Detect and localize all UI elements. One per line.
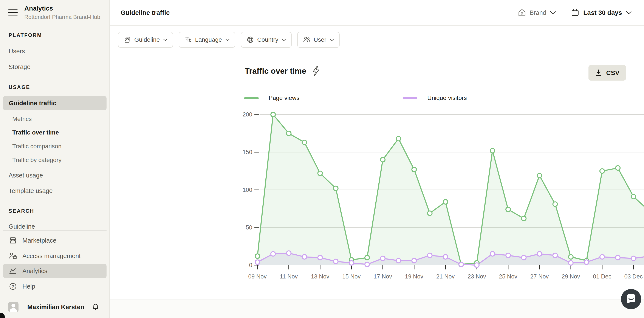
filter-label: Language xyxy=(195,36,222,43)
sidebar-item-template-usage[interactable]: Template usage xyxy=(8,187,53,194)
svg-text:17 Nov: 17 Nov xyxy=(374,273,392,280)
csv-download-button[interactable]: CSV xyxy=(588,65,626,81)
account-row[interactable]: Maximilian Kersten xyxy=(3,300,106,314)
filter-bar: Guideline Language xyxy=(110,26,644,54)
sidebar-item-analytics[interactable]: Analytics xyxy=(3,264,106,278)
calendar-icon xyxy=(571,8,580,17)
legend-item-unique-visitors: Unique visitors xyxy=(403,95,467,101)
sidebar-item-access-management[interactable]: Access management xyxy=(3,249,106,263)
help-icon: ? xyxy=(9,282,17,291)
traffic-chart[interactable]: 05010015020009 Nov11 Nov13 Nov15 Nov17 N… xyxy=(231,109,644,283)
sidebar-divider xyxy=(3,230,106,231)
globe-icon xyxy=(246,36,254,44)
chat-bubble-icon xyxy=(621,289,642,310)
svg-text:21 Nov: 21 Nov xyxy=(436,273,455,280)
top-bar: Guideline traffic Brand Las xyxy=(110,0,644,26)
below-content-area xyxy=(110,300,644,318)
chevron-down-icon xyxy=(550,11,556,14)
sidebar-item-guideline[interactable]: Guideline xyxy=(8,223,35,230)
translate-icon xyxy=(184,36,192,44)
hamburger-menu-icon[interactable] xyxy=(8,9,18,17)
svg-text:150: 150 xyxy=(242,149,252,155)
filter-label: User xyxy=(314,36,326,43)
sidebar-item-storage[interactable]: Storage xyxy=(8,63,30,70)
sidebar-item-marketplace[interactable]: Marketplace xyxy=(3,233,106,248)
chevron-down-icon xyxy=(225,38,230,41)
sidebar-item-label: Marketplace xyxy=(22,237,56,244)
line-chart-icon xyxy=(9,267,17,275)
storefront-icon xyxy=(9,236,17,245)
sidebar-item-label: Analytics xyxy=(22,268,47,275)
chat-launcher-button[interactable] xyxy=(621,289,642,310)
filter-user[interactable]: User xyxy=(297,32,340,48)
users-icon xyxy=(303,36,310,44)
legend-item-page-views: Page views xyxy=(244,95,300,101)
chevron-down-icon xyxy=(282,38,286,41)
guideline-pages-icon xyxy=(124,36,131,44)
sidebar-item-help[interactable]: ? Help xyxy=(3,279,106,294)
svg-text:19 Nov: 19 Nov xyxy=(405,273,424,280)
svg-text:50: 50 xyxy=(246,224,252,231)
sidebar-footer-divider xyxy=(3,295,106,295)
chart-legend: Page views Unique visitors xyxy=(244,95,467,101)
sidebar-item-label: Access management xyxy=(22,252,81,260)
main-content: Guideline traffic Brand Las xyxy=(110,0,644,318)
lightning-bolt-icon xyxy=(311,66,320,76)
brand-selector[interactable]: Brand xyxy=(518,8,556,17)
svg-text:01 Dec: 01 Dec xyxy=(593,273,612,280)
chevron-down-icon xyxy=(163,38,168,41)
chevron-down-icon xyxy=(626,11,632,14)
legend-label: Unique visitors xyxy=(427,95,467,101)
svg-text:?: ? xyxy=(12,284,14,289)
svg-text:29 Nov: 29 Nov xyxy=(562,273,580,280)
chart-title: Traffic over time xyxy=(245,67,306,76)
svg-text:03 Dec: 03 Dec xyxy=(624,273,643,280)
brand-label: Brand xyxy=(530,9,546,16)
person-lock-icon xyxy=(9,252,17,260)
legend-swatch-unique-visitors xyxy=(403,97,417,99)
download-icon xyxy=(595,69,602,77)
svg-text:13 Nov: 13 Nov xyxy=(311,273,329,280)
section-label-platform: PLATFORM xyxy=(8,32,42,38)
page-title: Guideline traffic xyxy=(120,9,518,16)
sidebar-subitem-metrics[interactable]: Metrics xyxy=(12,116,32,123)
date-range-label: Last 30 days xyxy=(583,9,622,16)
avatar xyxy=(8,302,18,312)
svg-text:0: 0 xyxy=(249,262,252,268)
brand-home-icon xyxy=(518,8,526,17)
section-label-usage: USAGE xyxy=(8,84,30,90)
sidebar-item-asset-usage[interactable]: Asset usage xyxy=(8,172,43,179)
svg-text:200: 200 xyxy=(242,111,252,118)
filter-country[interactable]: Country xyxy=(241,32,292,48)
sidebar-subitem-traffic-over-time[interactable]: Traffic over time xyxy=(12,129,59,136)
svg-text:100: 100 xyxy=(242,187,252,193)
svg-text:11 Nov: 11 Nov xyxy=(280,273,298,280)
app-subtitle: Rottendorf Pharma Brand-Hub xyxy=(24,14,100,20)
svg-text:15 Nov: 15 Nov xyxy=(342,273,361,280)
sidebar-item-label: Guideline traffic xyxy=(9,100,56,107)
filter-label: Guideline xyxy=(134,36,160,43)
legend-label: Page views xyxy=(268,95,300,101)
section-label-search: SEARCH xyxy=(8,208,34,214)
date-range-selector[interactable]: Last 30 days xyxy=(571,8,632,17)
sidebar-item-label: Help xyxy=(22,283,35,290)
person-icon xyxy=(8,302,18,312)
svg-text:23 Nov: 23 Nov xyxy=(468,273,486,280)
filter-guideline[interactable]: Guideline xyxy=(118,32,173,48)
sidebar: Analytics Rottendorf Pharma Brand-Hub PL… xyxy=(0,0,110,318)
legend-swatch-page-views xyxy=(244,97,259,99)
sidebar-item-users[interactable]: Users xyxy=(8,48,25,55)
svg-text:09 Nov: 09 Nov xyxy=(248,273,267,280)
csv-button-label: CSV xyxy=(606,69,620,76)
app-title: Analytics xyxy=(24,5,53,12)
sidebar-subitem-traffic-comparison[interactable]: Traffic comparison xyxy=(12,143,62,150)
svg-text:25 Nov: 25 Nov xyxy=(499,273,518,280)
bell-icon[interactable] xyxy=(92,303,99,311)
filter-label: Country xyxy=(257,36,278,43)
user-name: Maximilian Kersten xyxy=(27,304,92,311)
chevron-down-icon xyxy=(330,38,334,41)
sidebar-subitem-traffic-by-category[interactable]: Traffic by category xyxy=(12,157,62,163)
svg-text:27 Nov: 27 Nov xyxy=(530,273,549,280)
filter-language[interactable]: Language xyxy=(179,32,235,48)
sidebar-item-guideline-traffic[interactable]: Guideline traffic xyxy=(3,96,106,110)
